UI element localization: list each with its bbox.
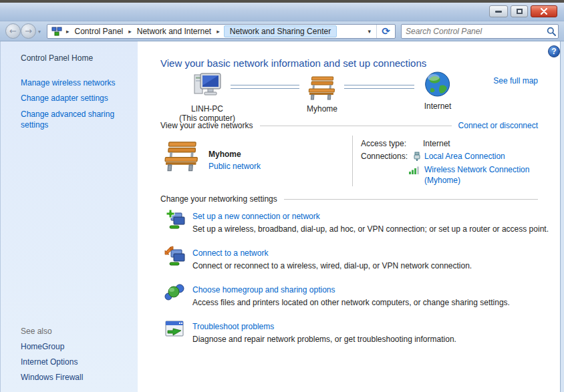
window-right-border <box>560 41 564 392</box>
sidebar-item-homegroup[interactable]: HomeGroup <box>21 342 64 351</box>
connect-network-icon[interactable] <box>164 245 185 266</box>
wireless-signal-icon <box>409 166 420 174</box>
sidebar-item-internet-options[interactable]: Internet Options <box>21 357 78 367</box>
search-box <box>401 24 559 39</box>
map-computer-label: LINH-PC <box>179 104 235 114</box>
ethernet-icon <box>413 152 421 161</box>
search-icon[interactable] <box>545 27 558 36</box>
networking-settings-title: Change your networking settings <box>160 194 277 204</box>
connections-label: Connections: <box>361 152 408 161</box>
choose-homegroup-desc: Access files and printers located on oth… <box>192 298 510 307</box>
title-bar <box>0 3 564 21</box>
address-bar[interactable]: ▸ Control Panel ▸ Network and Internet ▸… <box>47 24 396 39</box>
map-node-this-computer[interactable]: LINH-PC (This computer) <box>179 71 235 123</box>
networking-settings-header: Change your networking settings <box>160 194 538 204</box>
wireless-network-connection-link[interactable]: Wireless Network Connection (Myhome) <box>424 165 551 186</box>
sidebar-item-change-adapter-settings[interactable]: Change adapter settings <box>21 93 108 103</box>
window-body: Control Panel Home Manage wireless netwo… <box>0 41 564 392</box>
connect-to-network-link[interactable]: Connect to a network <box>192 248 268 258</box>
close-icon <box>541 8 547 15</box>
divider <box>260 126 452 126</box>
setup-new-connection-link[interactable]: Set up a new connection or network <box>192 212 320 221</box>
address-dropdown-icon[interactable]: ▾ <box>362 25 376 38</box>
navigation-bar: ← → ▾ ▸ Control Panel ▸ Network and Inte… <box>0 21 564 41</box>
history-dropdown-icon[interactable]: ▾ <box>38 29 41 35</box>
setup-new-connection-desc: Set up a wireless, broadband, dial-up, a… <box>192 224 549 234</box>
new-connection-icon[interactable] <box>164 208 185 230</box>
map-node-network[interactable]: Myhome <box>307 75 337 114</box>
troubleshoot-icon[interactable] <box>164 319 185 340</box>
back-button[interactable]: ← <box>5 23 21 39</box>
map-node-internet[interactable]: Internet <box>424 71 452 111</box>
minimize-button[interactable] <box>489 5 508 17</box>
search-input[interactable] <box>402 27 545 36</box>
public-network-link[interactable]: Public network <box>208 162 261 171</box>
window-controls <box>489 5 557 17</box>
sidebar-item-manage-wireless-networks[interactable]: Manage wireless networks <box>21 78 115 87</box>
active-networks-header: View your active networks Connect or dis… <box>160 121 538 130</box>
breadcrumb-network-and-internet[interactable]: Network and Internet <box>136 27 213 36</box>
breadcrumb-separator-icon: ▸ <box>213 28 224 35</box>
network-bench-icon <box>307 75 337 100</box>
internet-globe-icon <box>424 71 451 97</box>
breadcrumb: ▸ Control Panel ▸ Network and Internet ▸… <box>47 25 362 38</box>
see-also-label: See also <box>21 327 52 336</box>
divider <box>284 199 538 200</box>
maximize-button[interactable] <box>511 5 528 17</box>
connect-or-disconnect-link[interactable]: Connect or disconnect <box>458 121 538 130</box>
homegroup-icon[interactable] <box>164 282 185 303</box>
help-icon[interactable]: ? <box>548 45 560 57</box>
local-area-connection-link[interactable]: Local Area Connection <box>424 152 505 161</box>
sidebar-item-change-advanced-sharing-settings[interactable]: Change advanced sharing settings <box>21 109 122 130</box>
connect-to-network-desc: Connect or reconnect to a wireless, wire… <box>192 261 472 270</box>
see-full-map-link[interactable]: See full map <box>493 76 538 85</box>
choose-homegroup-link[interactable]: Choose homegroup and sharing options <box>192 285 335 295</box>
active-network-bench-icon[interactable] <box>162 139 201 172</box>
close-button[interactable] <box>531 5 557 17</box>
access-type-label: Access type: <box>361 139 406 148</box>
troubleshoot-problems-link[interactable]: Troubleshoot problems <box>192 322 274 331</box>
network-location-icon <box>51 27 62 36</box>
breadcrumb-separator-icon: ▸ <box>124 28 136 35</box>
breadcrumb-control-panel[interactable]: Control Panel <box>74 27 125 36</box>
network-sharing-center-window: ← → ▾ ▸ Control Panel ▸ Network and Inte… <box>0 0 564 392</box>
divider <box>352 136 353 186</box>
refresh-button[interactable]: ⟳ <box>376 25 395 38</box>
maximize-icon <box>517 9 523 14</box>
computer-icon <box>191 71 223 100</box>
active-networks-title: View your active networks <box>160 121 253 130</box>
sidebar-item-control-panel-home[interactable]: Control Panel Home <box>21 53 93 63</box>
troubleshoot-problems-desc: Diagnose and repair network problems, or… <box>192 335 456 344</box>
access-type-value: Internet <box>423 139 450 148</box>
map-network-label: Myhome <box>307 104 337 114</box>
sidebar-item-windows-firewall[interactable]: Windows Firewall <box>21 373 83 382</box>
map-connector <box>231 85 299 89</box>
active-network-name: Myhome <box>208 150 241 159</box>
breadcrumb-separator-icon: ▸ <box>62 28 74 35</box>
minimize-icon <box>495 11 502 13</box>
map-connector <box>344 85 414 89</box>
forward-button[interactable]: → <box>21 23 36 39</box>
map-internet-label: Internet <box>424 102 452 111</box>
sidebar: Control Panel Home Manage wireless netwo… <box>0 41 138 392</box>
main-content: ? View your basic network information an… <box>138 41 560 392</box>
breadcrumb-network-sharing-center[interactable]: Network and Sharing Center <box>224 25 337 37</box>
page-title: View your basic network information and … <box>160 57 426 69</box>
